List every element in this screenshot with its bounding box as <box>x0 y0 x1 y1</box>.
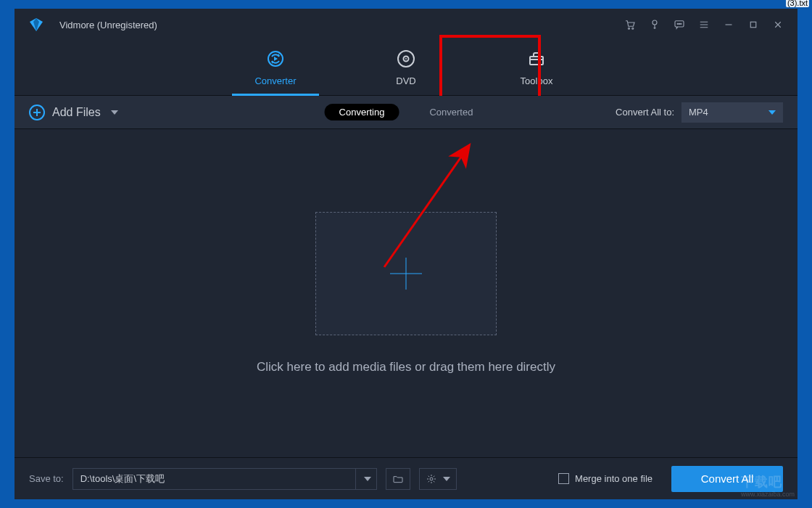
segment-converting[interactable]: Converting <box>325 104 399 120</box>
minimize-button[interactable] <box>716 12 741 37</box>
cart-icon[interactable] <box>618 12 642 37</box>
chevron-down-icon <box>768 110 776 115</box>
chevron-down-icon <box>443 477 450 481</box>
status-segment: Converting Converted <box>325 104 488 120</box>
tab-dvd-label: DVD <box>396 75 415 86</box>
add-files-label: Add Files <box>52 106 101 119</box>
svg-point-15 <box>430 478 433 480</box>
svg-rect-7 <box>750 22 756 28</box>
tab-dvd[interactable]: DVD <box>362 40 450 95</box>
svg-point-6 <box>681 23 682 24</box>
segment-converted[interactable]: Converted <box>415 104 487 120</box>
add-media-dropzone[interactable] <box>315 212 497 335</box>
close-button[interactable] <box>766 12 790 37</box>
toolbox-icon <box>527 49 546 71</box>
app-title: Vidmore (Unregistered) <box>59 20 157 30</box>
feedback-icon[interactable] <box>667 12 692 37</box>
svg-point-4 <box>677 23 678 24</box>
titlebar: Vidmore (Unregistered) <box>14 9 798 41</box>
open-folder-button[interactable] <box>386 468 410 490</box>
output-format-dropdown[interactable]: MP4 <box>682 102 783 123</box>
tab-converter[interactable]: Converter <box>232 40 319 95</box>
svg-point-1 <box>632 28 634 29</box>
toolbar: Add Files Converting Converted Convert A… <box>14 96 798 129</box>
app-window: Vidmore (Unregistered) Converter <box>14 9 798 499</box>
svg-point-5 <box>679 23 679 24</box>
convert-all-button[interactable]: Convert All <box>671 466 783 492</box>
svg-point-2 <box>652 20 657 25</box>
chevron-down-icon <box>111 110 118 115</box>
svg-point-12 <box>405 58 407 60</box>
tab-toolbox[interactable]: Toolbox <box>493 40 580 95</box>
merge-checkbox[interactable]: Merge into one file <box>558 473 652 484</box>
convert-all-to-label: Convert All to: <box>616 107 674 118</box>
add-files-button[interactable]: Add Files <box>29 105 118 120</box>
output-format-value: MP4 <box>689 107 708 118</box>
plus-circle-icon <box>29 105 45 120</box>
convert-all-to: Convert All to: MP4 <box>616 102 783 123</box>
checkbox-icon <box>558 473 569 484</box>
bottom-bar: Save to: Merge into one file Convert All <box>14 457 798 499</box>
converter-icon <box>266 49 285 71</box>
plus-icon <box>390 258 422 290</box>
main-tabs: Converter DVD Toolbox <box>14 41 798 96</box>
svg-point-0 <box>628 28 629 29</box>
menu-icon[interactable] <box>692 12 716 37</box>
drop-hint-text: Click here to add media files or drag th… <box>257 360 555 374</box>
save-path-dropdown[interactable] <box>355 468 377 490</box>
tab-converter-label: Converter <box>254 75 296 86</box>
maximize-button[interactable] <box>741 12 766 37</box>
dvd-icon <box>397 49 415 71</box>
svg-marker-9 <box>274 57 278 61</box>
key-icon[interactable] <box>642 12 667 37</box>
svg-rect-13 <box>530 57 543 65</box>
settings-button[interactable] <box>419 468 457 490</box>
app-logo-icon <box>28 16 45 33</box>
chevron-down-icon <box>364 477 371 481</box>
drop-area: Click here to add media files or drag th… <box>14 129 798 457</box>
tab-toolbox-label: Toolbox <box>521 75 553 86</box>
save-path-input[interactable] <box>72 468 355 490</box>
save-to-label: Save to: <box>29 473 64 484</box>
merge-label: Merge into one file <box>575 473 652 484</box>
save-path-group <box>72 468 377 490</box>
desktop-stray-file: (3).txt <box>786 0 809 7</box>
